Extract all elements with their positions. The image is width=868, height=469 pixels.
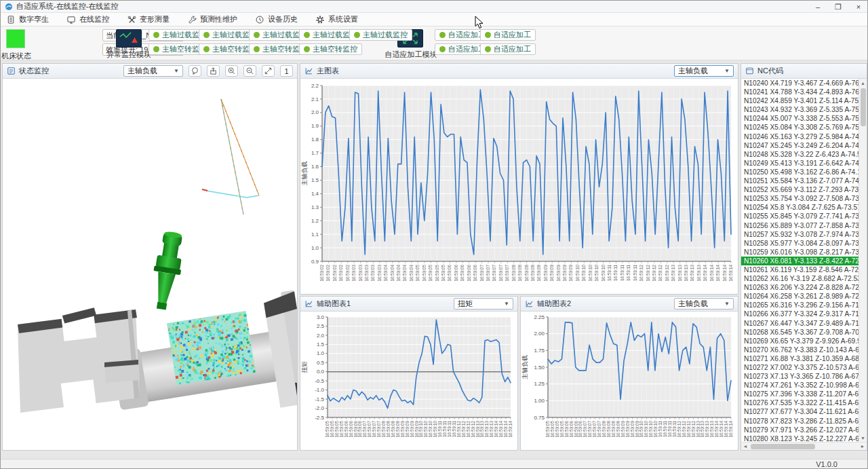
- nc-code-line[interactable]: N10249 X5.413 Y-3.191 Z-6.642 A-74.346: [741, 159, 867, 168]
- nc-code-line[interactable]: N10278 X7.823 Y-3.286 Z-11.825 A-63.73: [741, 417, 867, 426]
- nc-code-line[interactable]: N10256 X5.889 Y-3.077 Z-7.858 A-73.348: [741, 221, 867, 230]
- nc-horizontal-scrollbar[interactable]: ◄ ►: [741, 442, 867, 450]
- adaptive-machining-button[interactable]: 自适应加工: [480, 43, 536, 55]
- svg-text:16:59:08: 16:59:08: [524, 265, 529, 282]
- nc-code-line[interactable]: N10276 X7.535 Y-3.322 Z-11.415 A-65.22: [741, 398, 867, 407]
- nc-code-line[interactable]: N10272 X7.002 Y-3.375 Z-10.573 A-68.05: [741, 363, 867, 372]
- nc-code-line[interactable]: N10273 X7.13 Y-3.365 Z-10.786 A-67.372: [741, 372, 867, 381]
- menu-item-digital-twin[interactable]: 数字孪生: [6, 14, 49, 24]
- nc-code-line[interactable]: N10269 X6.65 Y-3.379 Z-9.926 A-69.947 C: [741, 337, 867, 345]
- nc-code-line[interactable]: N10277 X7.677 Y-3.304 Z-11.621 A-64.48: [741, 407, 867, 416]
- nc-code-line[interactable]: N10262 X6.16 Y-3.19 Z-8.682 A-72.534 C: [741, 274, 867, 283]
- nc-code-line[interactable]: N10258 X5.977 Y-3.084 Z-8.097 A-73.138: [741, 239, 867, 248]
- export-icon[interactable]: [207, 65, 220, 77]
- svg-text:1.75: 1.75: [534, 348, 545, 354]
- aux-chart1[interactable]: -2.5-2.0-1.5-1.0-0.50.00.51.01.52.02.53.…: [300, 312, 517, 450]
- svg-text:16:59:11: 16:59:11: [633, 265, 637, 282]
- nc-code-line[interactable]: N10253 X5.754 Y-3.092 Z-7.508 A-73.677: [741, 194, 867, 203]
- nc-code-line[interactable]: N10245 X5.084 Y-3.308 Z-5.769 A-75.088: [741, 123, 867, 132]
- nc-code-line[interactable]: N10244 X5.007 Y-3.338 Z-5.553 A-75.297: [741, 114, 867, 123]
- scroll-down-icon[interactable]: ▼: [859, 434, 867, 442]
- menu-item-system-settings[interactable]: 系统设置: [315, 14, 358, 24]
- nc-code-line[interactable]: N10261 X6.119 Y-3.159 Z-8.546 A-72.701: [741, 265, 867, 274]
- nc-code-line[interactable]: N10248 X5.328 Y-3.22 Z-6.423 A-74.52 C: [741, 150, 867, 159]
- zoom-out-icon[interactable]: [243, 65, 256, 77]
- svg-text:16:59:03: 16:59:03: [370, 265, 375, 282]
- nc-code-line[interactable]: N10257 X5.932 Y-3.078 Z-7.974 A-73.243: [741, 230, 867, 239]
- nc-code-line[interactable]: N10263 X6.206 Y-3.224 Z-8.828 A-72.33 C: [741, 283, 867, 292]
- nc-code-line[interactable]: N10243 X4.932 Y-3.369 Z-5.335 A-75.523: [741, 105, 867, 114]
- nc-code-line[interactable]: N10268 X6.545 Y-3.367 Z-9.708 A-70.519: [741, 328, 867, 337]
- scroll-right-icon[interactable]: ►: [859, 444, 867, 449]
- svg-text:-1.0: -1.0: [315, 387, 324, 393]
- nc-code-line[interactable]: N10274 X7.261 Y-3.352 Z-10.998 A-66.67: [741, 381, 867, 390]
- hscroll-thumb[interactable]: [751, 444, 815, 449]
- svg-text:1.5: 1.5: [317, 341, 325, 348]
- scroll-up-icon[interactable]: ▲: [859, 79, 867, 87]
- aux-chart2[interactable]: 0.751.001.251.501.752.002.2516:59:0516:5…: [521, 312, 738, 450]
- nc-code-line[interactable]: N10279 X7.971 Y-3.266 Z-12.027 A-62.98: [741, 426, 867, 434]
- nc-code-line[interactable]: N10242 X4.859 Y-3.401 Z-5.114 A-75.775: [741, 96, 867, 105]
- close-button[interactable]: ×: [848, 1, 868, 13]
- status-bar: V1.0.0: [1, 459, 868, 469]
- menu-item-device-history[interactable]: 设备历史: [255, 14, 298, 24]
- minimize-button[interactable]: –: [808, 1, 828, 13]
- vscroll-thumb[interactable]: [861, 88, 866, 126]
- svg-text:16:59:03: 16:59:03: [377, 265, 382, 282]
- status-source-dropdown[interactable]: 主轴负载▼: [123, 65, 183, 77]
- nc-code-line[interactable]: N10247 X5.245 Y-3.249 Z-6.204 A-74.701: [741, 141, 867, 150]
- aux-chart1-source-dropdown[interactable]: 扭矩▼: [454, 298, 513, 309]
- svg-text:16:59:09: 16:59:09: [562, 265, 567, 282]
- fit-view-icon[interactable]: [262, 65, 275, 77]
- model-3d-view[interactable]: [3, 79, 297, 449]
- nc-code-line[interactable]: N10266 X6.377 Y-3.324 Z-9.317 A-71.443: [741, 309, 867, 318]
- svg-text:2.0: 2.0: [317, 333, 325, 339]
- svg-text:16:59:10: 16:59:10: [594, 265, 599, 282]
- nc-code-line[interactable]: N10254 X5.8 Y-3.084 Z-7.625 A-73.571 C: [741, 203, 867, 212]
- svg-text:2.00: 2.00: [534, 331, 545, 337]
- svg-text:16:59:03: 16:59:03: [358, 265, 363, 282]
- spindle-idle-monitor-button[interactable]: 主轴空转监控: [299, 43, 362, 55]
- nc-code-line[interactable]: N10270 X6.762 Y-3.383 Z-10.143 A-69.34: [741, 345, 867, 354]
- page-1-button[interactable]: 1: [280, 65, 293, 77]
- adaptive-machining-button[interactable]: 自适应加工: [480, 29, 536, 41]
- nc-code-line[interactable]: N10240 X4.719 Y-3.467 Z-4.669 A-76.396: [741, 79, 867, 88]
- nc-code-list[interactable]: N10240 X4.719 Y-3.467 Z-4.669 A-76.396N1…: [741, 79, 867, 442]
- nc-code-line[interactable]: N10265 X6.316 Y-3.296 Z-9.156 A-71.771: [741, 301, 867, 309]
- maximize-button[interactable]: ❐: [828, 1, 848, 13]
- aux-chart2-source-dropdown[interactable]: 主轴负载▼: [674, 298, 734, 309]
- spindle-overload-monitor-button[interactable]: 主轴过载监控: [349, 29, 412, 41]
- nc-code-line[interactable]: N10280 X8.123 Y-3.245 Z-12.227 A-62.23: [741, 434, 867, 442]
- nc-code-line[interactable]: N10275 X7.396 Y-3.338 Z-11.207 A-65.95: [741, 390, 867, 398]
- app-window: 自适应系统-在线监控-在线监控 – ❐ × 数字孪生在线监控变形测量预测性维护设…: [0, 0, 868, 469]
- nc-code-line[interactable]: N10252 X5.669 Y-3.112 Z-7.293 A-73.844: [741, 185, 867, 194]
- menu-item-predictive-maintenance[interactable]: 预测性维护: [187, 14, 237, 24]
- annotate-icon[interactable]: [189, 65, 201, 77]
- nc-code-line-selected[interactable]: N10260 X6.081 Y-3.133 Z-8.422 A-72.835: [741, 257, 867, 265]
- status-monitor-header: 状态监控 主轴负载▼ 1: [3, 64, 297, 79]
- nc-code-line[interactable]: N10246 X5.163 Y-3.279 Z-5.984 A-74.892: [741, 132, 867, 141]
- monitor-icon: [66, 15, 76, 24]
- nc-code-line[interactable]: N10264 X6.258 Y-3.261 Z-8.989 A-72.072: [741, 292, 867, 301]
- nc-code-line[interactable]: N10259 X6.016 Y-3.098 Z-8.217 A-73.036: [741, 248, 867, 257]
- nc-vertical-scrollbar[interactable]: ▲ ▼: [859, 79, 867, 442]
- nc-code-line[interactable]: N10271 X6.88 Y-3.381 Z-10.359 A-68.711: [741, 354, 867, 363]
- svg-text:1.3: 1.3: [311, 204, 319, 210]
- nc-code-line[interactable]: N10250 X5.498 Y-3.162 Z-6.86 A-74.178 C: [741, 168, 867, 176]
- nc-code-line[interactable]: N10241 X4.788 Y-3.434 Z-4.893 A-76.062: [741, 88, 867, 96]
- menu-item-deformation-measure[interactable]: 变形测量: [127, 14, 170, 24]
- nc-code-line[interactable]: N10251 X5.584 Y-3.136 Z-7.077 A-74.012: [741, 176, 867, 185]
- main-chart-source-dropdown[interactable]: 主轴负载▼: [674, 65, 734, 77]
- svg-text:16:59:05: 16:59:05: [441, 265, 446, 282]
- nc-code-line[interactable]: N10267 X6.447 Y-3.347 Z-9.489 A-71.055: [741, 319, 867, 328]
- abnormal-monitor-module-icon[interactable]: [116, 29, 142, 48]
- nc-code-line[interactable]: N10255 X5.845 Y-3.079 Z-7.741 A-73.458: [741, 212, 867, 221]
- svg-text:16:59:08: 16:59:08: [511, 265, 516, 282]
- main-chart[interactable]: 0.91.01.11.21.31.41.51.61.71.81.92.02.12…: [300, 79, 738, 294]
- wrench-icon: [187, 15, 197, 24]
- main-chart-panel: 主图表 主轴负载▼ 0.91.01.11.21.31.41.51.61.71.8…: [300, 63, 738, 295]
- zoom-in-icon[interactable]: [225, 65, 238, 77]
- svg-text:16:59:14: 16:59:14: [703, 265, 707, 282]
- menu-item-online-monitoring[interactable]: 在线监控: [66, 14, 109, 24]
- scroll-left-icon[interactable]: ◄: [741, 444, 749, 449]
